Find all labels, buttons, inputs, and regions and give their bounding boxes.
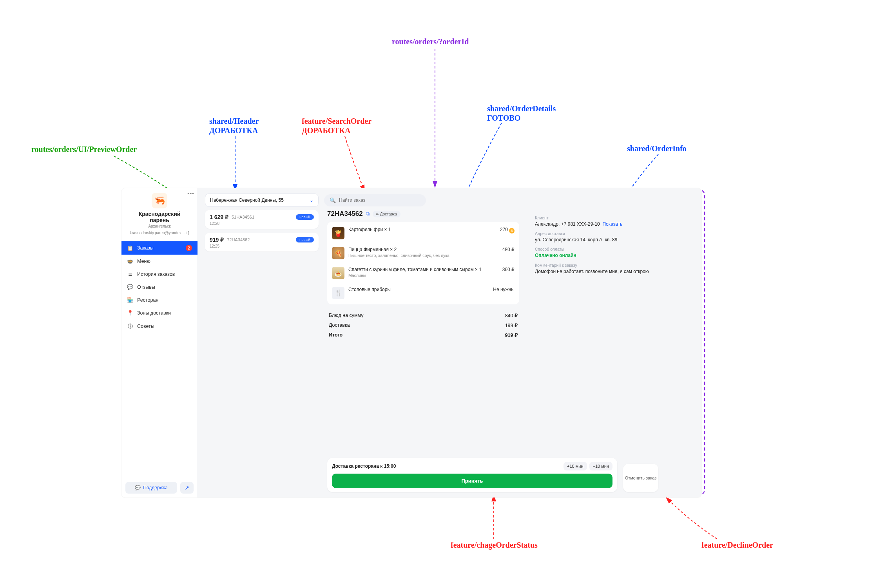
- time-plus-button[interactable]: +10 мин: [564, 462, 587, 470]
- sidebar-item-restaurant[interactable]: 🏪 Ресторан: [121, 293, 198, 306]
- order-item-row: 🍕 Пицца Фирменная × 2 Пышное тесто, хала…: [327, 243, 519, 263]
- item-price: 360 ₽: [502, 267, 515, 272]
- zones-icon: 📍: [127, 310, 133, 316]
- info-label-comment: Комментарий к заказу: [535, 263, 664, 268]
- orders-badge: 2: [186, 245, 192, 251]
- chevron-down-icon: ⌄: [310, 197, 313, 203]
- item-name: Спагетти с куриным филе, томатами и слив…: [348, 267, 495, 272]
- preview-price: 919 ₽: [210, 237, 224, 243]
- brand-email: krasnodarskiy.paren@yandex... +]: [125, 231, 194, 235]
- cancel-label: Отменить заказ: [625, 475, 657, 481]
- more-icon[interactable]: •••: [187, 190, 194, 197]
- preview-time: 12:25: [210, 244, 314, 248]
- item-subtitle: Пышное тесто, халапеньо, сливочный соус,…: [348, 253, 495, 258]
- sidebar-nav: 📋 Заказы 2 🍲 Меню ≣ История заказов 💬 От…: [121, 241, 198, 333]
- preview-badge: новый: [296, 237, 314, 242]
- anno-search: feature/SearchOrder: [302, 117, 371, 126]
- sum-value: 199 ₽: [505, 322, 518, 328]
- preview-badge: новый: [296, 214, 314, 220]
- info-client: Александр, +7 981 XXX-29-10 Показать: [535, 221, 664, 227]
- info-comment: Домофон не работает. позвоните мне, я са…: [535, 268, 664, 275]
- info-label-payment: Способ оплаты: [535, 247, 664, 251]
- info-address: ул. Северодвинская 14, корп А. кв. 89: [535, 237, 664, 243]
- order-item-row: 🍴 Столовые приборы Не нужны: [327, 283, 519, 303]
- order-preview-card[interactable]: 919 ₽ 72HA34562 новый 12:25: [205, 233, 319, 251]
- preview-price: 1 629 ₽: [210, 214, 228, 220]
- sum-value: 840 ₽: [505, 313, 518, 318]
- order-item-row: 🍟 Картофель фри × 1 270Б: [327, 223, 519, 243]
- nav-label: Зоны доставки: [137, 310, 171, 316]
- time-minus-button[interactable]: −10 мин: [589, 462, 613, 470]
- history-icon: ≣: [127, 271, 133, 277]
- anno-header: shared/Header: [209, 117, 259, 126]
- sidebar-item-menu[interactable]: 🍲 Меню: [121, 255, 198, 268]
- tips-icon: ⓘ: [127, 323, 133, 330]
- sidebar-item-orders[interactable]: 📋 Заказы 2: [121, 241, 198, 255]
- sum-label: Блюд на сумму: [329, 313, 364, 318]
- main-area: Набережная Северной Двины, 55 ⌄ 🔍 1 629 …: [198, 188, 701, 498]
- support-button[interactable]: 💬 Поддержка: [125, 482, 177, 494]
- dish-thumb: 🍝: [332, 267, 344, 279]
- reviews-icon: 💬: [127, 284, 133, 290]
- anno-order-details-sub: ГОТОВО: [487, 114, 520, 123]
- cutlery-icon: 🍴: [332, 287, 344, 299]
- info-label-client: Клиент: [535, 215, 664, 220]
- dish-thumb: 🍕: [332, 247, 344, 259]
- nav-label: Меню: [137, 259, 150, 264]
- restaurant-icon: 🏪: [127, 297, 133, 303]
- external-link-button[interactable]: ↗: [180, 482, 194, 494]
- anno-orderid: routes/orders/?orderId: [392, 37, 469, 46]
- item-price: 480 ₽: [502, 247, 515, 252]
- anno-preview: routes/orders/UI/PreviewOrder: [31, 145, 137, 154]
- order-item-row: 🍝 Спагетти с куриным филе, томатами и сл…: [327, 263, 519, 283]
- item-name: Картофель фри × 1: [348, 227, 493, 232]
- orders-preview-list: 1 629 ₽ 51HA34561 новый 12:28 919 ₽ 72HA…: [205, 210, 319, 255]
- search-input[interactable]: [339, 197, 420, 203]
- orders-icon: 📋: [127, 245, 133, 251]
- address-selector[interactable]: Набережная Северной Двины, 55 ⌄: [205, 194, 319, 207]
- info-label-address: Адрес доставки: [535, 231, 664, 236]
- sidebar-item-zones[interactable]: 📍 Зоны доставки: [121, 306, 198, 319]
- anno-header-sub: ДОРАБОТКА: [209, 126, 258, 135]
- anno-order-details: shared/OrderDetails: [487, 104, 556, 113]
- dish-thumb: 🍟: [332, 227, 344, 239]
- search-icon: 🔍: [330, 197, 336, 203]
- sum-label: Итого: [329, 332, 342, 338]
- brand-logo: 🦐: [152, 193, 167, 208]
- preview-id: 72HA34562: [227, 237, 250, 242]
- chat-icon: 💬: [135, 485, 141, 490]
- search-field[interactable]: 🔍: [324, 194, 426, 206]
- sidebar-item-tips[interactable]: ⓘ Советы: [121, 319, 198, 333]
- preview-time: 12:28: [210, 221, 314, 226]
- accept-button[interactable]: Принять: [332, 474, 612, 488]
- preview-id: 51HA34561: [232, 215, 254, 219]
- header-bar: Набережная Северной Двины, 55 ⌄ 🔍: [205, 194, 694, 207]
- address-value: Набережная Северной Двины, 55: [210, 197, 284, 203]
- order-summary: Блюд на сумму840 ₽ Доставка199 ₽ Итого91…: [327, 311, 519, 340]
- status-title: Доставка ресторана к 15:00: [332, 463, 396, 469]
- menu-icon: 🍲: [127, 258, 133, 264]
- nav-label: Отзывы: [137, 284, 155, 290]
- anno-search-sub: ДОРАБОТКА: [302, 126, 350, 135]
- item-name: Пицца Фирменная × 2: [348, 247, 495, 252]
- show-phone-link[interactable]: Показать: [602, 221, 622, 227]
- order-details: 72HA34562 ⧉ Доставка 🍟 Картофель фри × 1…: [327, 210, 519, 340]
- brand-name: Краснодарскийпарень: [125, 211, 194, 223]
- sum-label: Доставка: [329, 322, 350, 328]
- sidebar-item-reviews[interactable]: 💬 Отзывы: [121, 280, 198, 293]
- order-status-panel: Доставка ресторана к 15:00 +10 мин −10 м…: [327, 458, 617, 492]
- delivery-chip: Доставка: [373, 211, 400, 217]
- order-items: 🍟 Картофель фри × 1 270Б 🍕 Пицца Фирменн…: [327, 222, 519, 304]
- copy-icon[interactable]: ⧉: [366, 211, 370, 217]
- nav-label: Заказы: [137, 245, 154, 251]
- sidebar-item-history[interactable]: ≣ История заказов: [121, 268, 198, 280]
- item-price: 270Б: [500, 227, 515, 233]
- cancel-order-button[interactable]: Отменить заказ: [623, 464, 658, 492]
- anno-change-status: feature/chageOrderStatus: [451, 541, 538, 550]
- bonus-coin-icon: Б: [509, 228, 515, 233]
- external-link-icon: ↗: [185, 485, 189, 491]
- support-label: Поддержка: [143, 485, 168, 490]
- nav-label: Советы: [137, 324, 154, 329]
- order-preview-card[interactable]: 1 629 ₽ 51HA34561 новый 12:28: [205, 210, 319, 229]
- item-subtitle: Маслины: [348, 273, 495, 278]
